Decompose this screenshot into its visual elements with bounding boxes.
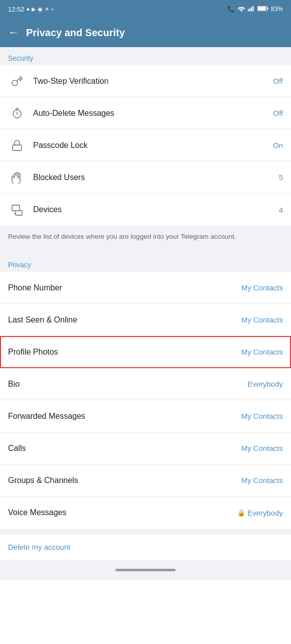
delete-account-label: Delete my account [8,543,70,551]
battery-percent: 83% [271,6,283,13]
wifi-icon [237,6,245,13]
bio-value: Everybody [247,380,283,388]
auto-delete-label: Auto-Delete Messages [33,109,269,118]
forwarded-value: My Contacts [241,412,283,420]
voice-messages-label: Voice Messages [8,508,233,517]
phone-number-value: My Contacts [241,283,283,292]
blocked-users-value: 5 [279,173,283,182]
timer-icon [8,104,26,122]
forwarded-label: Forwarded Messages [8,412,237,421]
page-title: Privacy and Security [26,27,125,39]
delete-account-section[interactable]: Delete my account [0,535,291,560]
two-step-value: Off [273,77,283,85]
blocked-users-label: Blocked Users [33,173,275,182]
lock-icon [8,136,26,154]
security-settings-list: Two-Step Verification Off Auto-Delete Me… [0,65,291,226]
x-icon: ✕ [45,6,49,13]
profile-photos-label: Profile Photos [8,348,237,357]
section-gap-1 [0,248,291,254]
two-step-verification-item[interactable]: Two-Step Verification Off [0,65,291,97]
call-icon: 📞 [227,6,235,13]
voice-messages-value: 🔒 Everybody [237,509,283,517]
devices-info-box: Review the list of devices where you are… [0,226,291,248]
back-button[interactable]: ← [8,26,19,39]
groups-label: Groups & Channels [8,476,237,485]
profile-photos-item[interactable]: Profile Photos My Contacts [0,336,291,368]
groups-channels-item[interactable]: Groups & Channels My Contacts [0,464,291,497]
battery-icon [257,6,268,13]
bottom-nav-bar [0,560,291,580]
bio-item[interactable]: Bio Everybody [0,368,291,400]
time-display: 12:52 [8,6,25,13]
profile-photos-value: My Contacts [241,348,283,356]
privacy-section-label: Privacy [0,254,291,272]
groups-value: My Contacts [241,476,283,485]
calls-value: My Contacts [241,444,283,452]
security-section-label: Security [0,47,291,65]
last-seen-label: Last Seen & Online [8,315,237,325]
passcode-value: On [273,141,283,149]
devices-value: 4 [279,206,283,214]
svg-rect-8 [13,145,22,150]
hand-icon [8,169,26,187]
devices-label: Devices [33,205,275,214]
blocked-users-item[interactable]: Blocked Users 5 [0,162,291,194]
app-header: ← Privacy and Security [0,18,291,47]
calls-item[interactable]: Calls My Contacts [0,432,291,464]
svg-rect-5 [267,7,268,9]
wifi-dot-icon: ● [27,6,30,12]
passcode-lock-item[interactable]: Passcode Lock On [0,129,291,162]
key-icon [8,72,26,90]
voice-lock-icon: 🔒 [237,509,245,517]
calls-label: Calls [8,444,237,453]
forwarded-messages-item[interactable]: Forwarded Messages My Contacts [0,400,291,432]
home-indicator [115,569,176,571]
privacy-settings-list: Phone Number My Contacts Last Seen & Onl… [0,272,291,529]
svg-rect-6 [258,7,265,10]
two-step-label: Two-Step Verification [33,77,269,86]
youtube-icon: ▶ [32,6,36,13]
dot-icon: • [51,6,53,12]
section-gap-2 [0,529,291,535]
status-bar: 12:52 ● ▶ ◉ ✕ • 📞 83% [0,0,291,18]
svg-rect-3 [252,6,253,12]
bio-label: Bio [8,380,243,389]
signal-icon [248,6,255,13]
passcode-label: Passcode Lock [33,141,269,150]
last-seen-value: My Contacts [241,315,283,324]
phone-number-item[interactable]: Phone Number My Contacts [0,272,291,304]
svg-rect-9 [12,205,20,211]
last-seen-item[interactable]: Last Seen & Online My Contacts [0,304,291,336]
status-right: 📞 83% [227,6,283,13]
voice-messages-item[interactable]: Voice Messages 🔒 Everybody [0,497,291,529]
devices-item[interactable]: Devices 4 [0,194,291,226]
svg-rect-1 [249,8,250,11]
whatsapp-icon: ◉ [38,6,43,13]
auto-delete-item[interactable]: Auto-Delete Messages Off [0,97,291,129]
phone-number-label: Phone Number [8,283,237,292]
svg-rect-10 [16,211,22,215]
svg-rect-0 [248,9,249,11]
status-left: 12:52 ● ▶ ◉ ✕ • [8,6,53,13]
svg-rect-2 [251,7,252,11]
auto-delete-value: Off [273,109,283,117]
devices-icon [8,201,26,219]
